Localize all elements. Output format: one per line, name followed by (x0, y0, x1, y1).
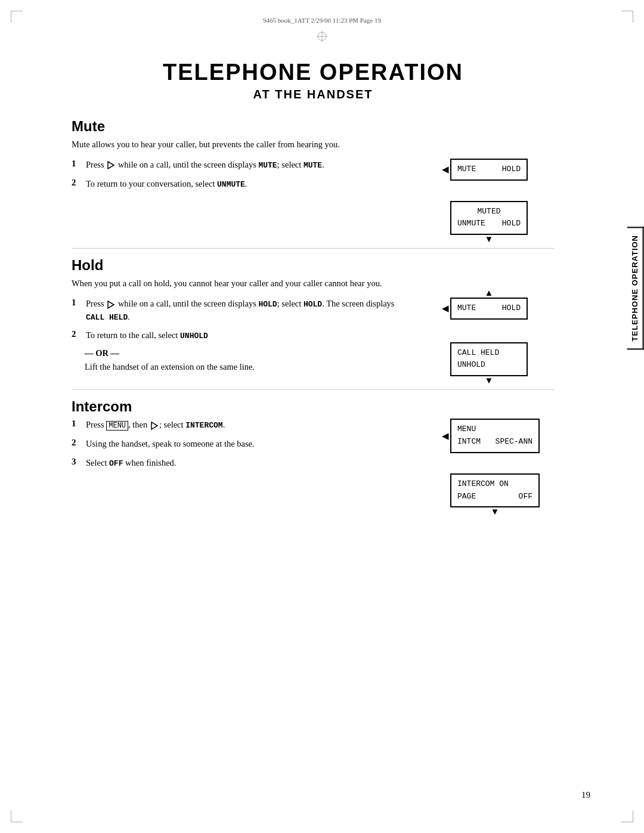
intercom-diag-2-wrapper: INTERCOM ON PAGE OFF ▼ (450, 473, 540, 508)
mute-step-2-text: To return to your conversation, select U… (86, 178, 247, 191)
intercom-step-3-number: 3 (72, 457, 82, 467)
hold-or-step: Lift the handset of an extension on the … (85, 361, 438, 374)
mute-diag-2-row-2: UNMUTE HOLD (457, 218, 521, 230)
hold-diag-1-arrow-left: ◀ (442, 303, 449, 314)
mute-step-1: 1 Press while on a call, until the scree… (72, 159, 438, 172)
crop-mark-br (621, 810, 633, 822)
mute-diag-1-left-1: MUTE (457, 163, 476, 176)
intercom-diag-2-right-2: OFF (519, 491, 532, 503)
intercom-step-2: 2 Using the handset, speak to someone at… (72, 438, 438, 451)
intercom-diagrams: ◀ MENU INTCM SPEC-ANN (450, 419, 555, 512)
svg-marker-13 (108, 301, 114, 308)
intercom-step-1-number: 1 (72, 419, 82, 429)
page-subtitle: AT THE HANDSET (72, 88, 555, 101)
hold-diag-1-wrapper: ◀ MUTE HOLD ▲ (450, 298, 528, 320)
intercom-step-2-text: Using the handset, speak to someone at t… (86, 438, 255, 451)
mute-step-2: 2 To return to your conversation, select… (72, 178, 438, 191)
hold-diag-1-arrow-top: ▲ (485, 288, 494, 298)
intercom-diag-2-row-1: INTERCOM ON (457, 478, 532, 491)
intercom-content: 1 Press MENU, then ; select INTERCOM. 2 … (72, 419, 555, 512)
mute-content: 1 Press while on a call, until the scree… (72, 159, 555, 240)
intercom-diag-2-label-1: INTERCOM ON (457, 478, 509, 491)
side-tab: TELEPHONE OPERATION (627, 227, 644, 349)
page: 9465 book_1ATT 2/29/00 11:23 PM Page 19 … (0, 0, 644, 833)
svg-marker-12 (108, 162, 114, 169)
hold-instructions: 1 Press while on a call, until the scree… (72, 298, 438, 374)
mute-step-2-number: 2 (72, 178, 82, 188)
hold-heading: Hold (72, 257, 555, 274)
hold-step-2-number: 2 (72, 329, 82, 339)
crop-mark-bl (11, 810, 23, 822)
intercom-step-3: 3 Select OFF when finished. (72, 457, 438, 470)
mute-diag-1: MUTE HOLD (450, 159, 528, 181)
hold-step-1-number: 1 (72, 298, 82, 308)
hold-diag-1-right-1: HOLD (502, 302, 521, 315)
intercom-diag-1-arrow-left: ◀ (442, 431, 449, 441)
intercom-step-1-text: Press MENU, then ; select INTERCOM. (86, 419, 225, 432)
intercom-instructions: 1 Press MENU, then ; select INTERCOM. 2 … (72, 419, 438, 475)
mute-diag-1-wrapper: ◀ MUTE HOLD (450, 159, 528, 181)
mute-diagrams: ◀ MUTE HOLD (450, 159, 555, 240)
mute-diag-2-wrapper: MUTED UNMUTE HOLD ▼ (450, 201, 528, 236)
mute-diag-1-right-1: HOLD (502, 163, 521, 176)
crop-mark-tl (11, 11, 23, 23)
hold-content: 1 Press while on a call, until the scree… (72, 298, 555, 381)
mute-diag-2-center-1: MUTED (457, 206, 521, 218)
hold-step-2: 2 To return to the call, select UNHOLD (72, 329, 438, 342)
hold-diag-1-row-1: MUTE HOLD (457, 302, 521, 315)
intercom-diag-2: INTERCOM ON PAGE OFF (450, 473, 540, 508)
intercom-diag-2-row-2: PAGE OFF (457, 491, 532, 503)
divider-2 (72, 389, 555, 390)
mute-section: Mute Mute allows you to hear your caller… (72, 118, 555, 240)
hold-step-2-text: To return to the call, select UNHOLD (86, 329, 208, 342)
hold-diag-2-label-2: UNHOLD (457, 359, 485, 371)
intercom-section: Intercom 1 Press MENU, then ; select INT… (72, 398, 555, 512)
mute-diag-2-arrow-bottom: ▼ (485, 234, 494, 244)
mute-diag-2-left-2: UNMUTE (457, 218, 485, 230)
mute-diag-2-row-1: MUTED (457, 206, 521, 218)
mute-step-1-number: 1 (72, 159, 82, 169)
intercom-diag-1-right-2: SPEC-ANN (496, 436, 532, 448)
intercom-step-2-number: 2 (72, 438, 82, 448)
reg-circle-top (317, 31, 327, 44)
intercom-step-1: 1 Press MENU, then ; select INTERCOM. (72, 419, 438, 432)
mute-diag-2: MUTED UNMUTE HOLD (450, 201, 528, 236)
hold-diag-2-label-1: CALL HELD (457, 347, 499, 360)
intercom-diag-2-arrow-bottom: ▼ (491, 507, 500, 517)
intercom-diag-2-left-2: PAGE (457, 491, 476, 503)
crop-mark-tr (621, 11, 633, 23)
mute-diag-2-right-2: HOLD (502, 218, 521, 230)
mute-intro: Mute allows you to hear your caller, but… (72, 138, 555, 151)
page-title: TELEPHONE OPERATION (72, 60, 555, 85)
hold-diagrams: ◀ MUTE HOLD ▲ (450, 298, 555, 381)
hold-diag-2-row-1: CALL HELD (457, 347, 521, 360)
page-number: 19 (581, 790, 590, 800)
hold-or: — OR — (85, 348, 438, 358)
intercom-diag-1-row-1: MENU (457, 423, 532, 436)
intercom-diag-1-wrapper: ◀ MENU INTCM SPEC-ANN (450, 419, 540, 453)
intercom-step-3-text: Select OFF when finished. (86, 457, 176, 470)
intercom-diag-1: MENU INTCM SPEC-ANN (450, 419, 540, 453)
hold-diag-2: CALL HELD UNHOLD (450, 342, 528, 377)
intercom-diag-1-left-2: INTCM (457, 436, 481, 448)
svg-marker-14 (151, 422, 157, 429)
mute-instructions: 1 Press while on a call, until the scree… (72, 159, 438, 197)
hold-diag-2-arrow-bottom: ▼ (485, 376, 494, 386)
hold-step-1-text: Press while on a call, until the screen … (86, 298, 438, 324)
mute-diag-1-arrow-left: ◀ (442, 164, 449, 175)
meta-header: 9465 book_1ATT 2/29/00 11:23 PM Page 19 (263, 17, 381, 24)
divider-1 (72, 248, 555, 249)
hold-diag-2-wrapper: CALL HELD UNHOLD ▼ (450, 342, 528, 377)
intercom-diag-1-row-2: INTCM SPEC-ANN (457, 436, 532, 448)
hold-diag-1: MUTE HOLD (450, 298, 528, 320)
intercom-diag-1-left-1: MENU (457, 423, 476, 436)
mute-heading: Mute (72, 118, 555, 135)
hold-section: Hold When you put a call on hold, you ca… (72, 257, 555, 381)
mute-step-1-text: Press while on a call, until the screen … (86, 159, 324, 172)
mute-diag-1-row-1: MUTE HOLD (457, 163, 521, 176)
hold-diag-2-row-2: UNHOLD (457, 359, 521, 371)
intercom-heading: Intercom (72, 398, 555, 415)
hold-intro: When you put a call on hold, you cannot … (72, 277, 555, 290)
hold-step-1: 1 Press while on a call, until the scree… (72, 298, 438, 324)
hold-diag-1-left-1: MUTE (457, 302, 476, 315)
